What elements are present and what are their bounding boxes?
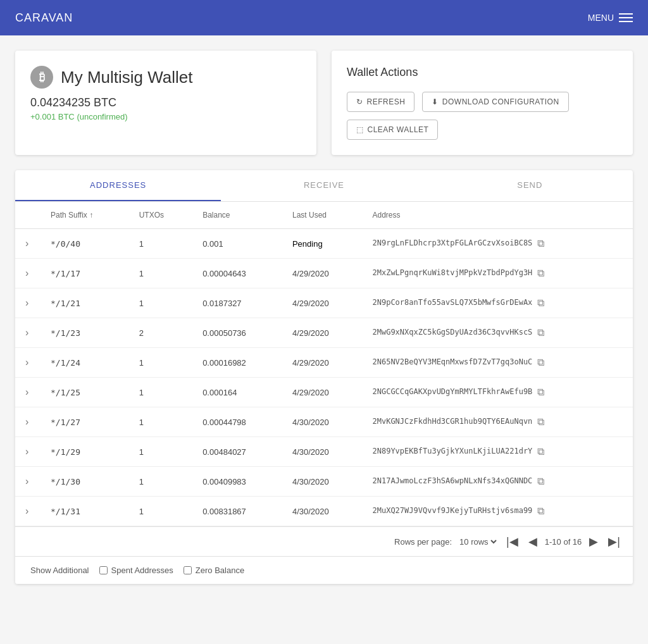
wallet-name: My Multisig Wallet <box>61 68 193 87</box>
last-page-icon[interactable]: ▶| <box>606 533 623 550</box>
tab-receive[interactable]: RECEIVE <box>221 170 427 201</box>
copy-icon[interactable]: ⧉ <box>537 357 544 368</box>
expand-icon[interactable]: › <box>25 505 28 517</box>
copy-icon[interactable]: ⧉ <box>537 446 544 457</box>
expand-icon[interactable]: › <box>25 387 28 398</box>
btc-icon: ₿ <box>30 66 53 89</box>
expand-cell[interactable]: › <box>15 378 40 407</box>
copy-icon[interactable]: ⧉ <box>537 327 544 338</box>
utxos-cell: 2 <box>129 318 192 348</box>
copy-icon[interactable]: ⧉ <box>537 297 544 308</box>
table-row: › */1/31 1 0.00831867 4/30/2020 2MuXQ27W… <box>15 497 633 526</box>
expand-cell[interactable]: › <box>15 288 40 318</box>
balance-cell: 0.00831867 <box>192 497 282 526</box>
zero-balance-checkbox-label[interactable]: Zero Balance <box>184 566 244 575</box>
expand-icon[interactable]: › <box>25 416 28 428</box>
copy-icon[interactable]: ⧉ <box>537 387 544 397</box>
path-suffix-cell: */1/17 <box>40 259 129 288</box>
balance-cell: 0.00016982 <box>192 348 282 378</box>
address-value: 2NGCGCCqGAKXpvUDgYmRMYLTFkhrAwEfu9B <box>372 387 532 396</box>
address-cell: 2MvKGNJCzFkdhHd3CGR1hub9QTY6EAuNqvn ⧉ <box>362 407 633 437</box>
balance-cell: 0.0187327 <box>192 288 282 318</box>
copy-icon[interactable]: ⧉ <box>537 268 544 278</box>
tab-send[interactable]: SEND <box>427 170 633 201</box>
path-suffix-cell: */0/40 <box>40 229 129 259</box>
address-cell: 2N9pCor8anTfo55avSLQ7X5bMwfsGrDEwAx ⧉ <box>362 288 633 318</box>
address-value: 2N17AJwmoLczF3hSA6wpNLxNfs34xQGNNDC <box>372 476 532 485</box>
first-page-icon[interactable]: |◀ <box>504 533 521 550</box>
utxos-cell: 1 <box>129 437 192 467</box>
path-suffix-cell: */1/25 <box>40 378 129 407</box>
expand-cell[interactable]: › <box>15 467 40 497</box>
balance-cell: 0.00004643 <box>192 259 282 288</box>
address-cell: 2NGCGCCqGAKXpvUDgYmRMYLTFkhrAwEfu9B ⧉ <box>362 378 633 407</box>
clear-wallet-button[interactable]: ⬚ CLEAR WALLET <box>347 120 438 140</box>
refresh-button[interactable]: ↻ REFRESH <box>347 92 414 112</box>
address-cell: 2N89YvpEKBfTu3yGjkYXunLKjiLUA221drY ⧉ <box>362 437 633 467</box>
prev-page-icon[interactable]: ◀ <box>526 533 540 550</box>
balance-cell: 0.00484027 <box>192 437 282 467</box>
copy-icon[interactable]: ⧉ <box>537 416 544 427</box>
expand-icon[interactable]: › <box>25 327 28 338</box>
next-page-icon[interactable]: ▶ <box>587 533 601 550</box>
last-used-cell: 4/29/2020 <box>282 318 363 348</box>
page-info: 1-10 of 16 <box>545 537 582 547</box>
balance-cell: 0.00050736 <box>192 318 282 348</box>
expand-icon[interactable]: › <box>25 297 28 309</box>
clear-icon: ⬚ <box>356 125 364 134</box>
expand-cell[interactable]: › <box>15 407 40 437</box>
menu-button[interactable]: MENU <box>588 13 633 23</box>
tab-addresses[interactable]: ADDRESSES <box>15 170 221 201</box>
utxos-cell: 1 <box>129 467 192 497</box>
expand-icon[interactable]: › <box>25 238 28 249</box>
expand-icon[interactable]: › <box>25 268 28 279</box>
utxos-cell: 1 <box>129 348 192 378</box>
address-cell: 2N65NV2BeQYV3MEqnMxwsfD7ZvT7gq3oNuC ⧉ <box>362 348 633 378</box>
wallet-title-row: ₿ My Multisig Wallet <box>30 66 301 89</box>
balance-cell: 0.00044798 <box>192 407 282 437</box>
col-balance: Balance <box>192 202 282 229</box>
copy-icon[interactable]: ⧉ <box>537 476 544 486</box>
app-header: CARAVAN MENU <box>0 0 648 35</box>
expand-cell[interactable]: › <box>15 348 40 378</box>
rows-per-page-select[interactable]: 10 rows 25 rows 50 rows <box>457 536 499 547</box>
table-body: › */0/40 1 0.001 Pending 2N9rgLnFLDhcrp3… <box>15 229 633 526</box>
expand-cell[interactable]: › <box>15 497 40 526</box>
balance-cell: 0.00409983 <box>192 467 282 497</box>
zero-balance-label: Zero Balance <box>196 566 244 575</box>
expand-icon[interactable]: › <box>25 476 28 487</box>
expand-cell[interactable]: › <box>15 437 40 467</box>
refresh-icon: ↻ <box>356 97 363 106</box>
expand-cell[interactable]: › <box>15 229 40 259</box>
copy-icon[interactable]: ⧉ <box>537 505 544 516</box>
last-used-cell: 4/29/2020 <box>282 378 363 407</box>
wallet-actions-title: Wallet Actions <box>347 66 618 79</box>
download-config-button[interactable]: ⬇ DOWNLOAD CONFIGURATION <box>422 92 568 112</box>
refresh-label: REFRESH <box>367 97 406 106</box>
expand-icon[interactable]: › <box>25 446 28 457</box>
balance-cell: 0.001 <box>192 229 282 259</box>
copy-icon[interactable]: ⧉ <box>537 238 544 249</box>
utxos-cell: 1 <box>129 407 192 437</box>
tabs-container: ADDRESSES RECEIVE SEND Path Suffix ↑ UTX… <box>15 170 633 584</box>
address-cell: 2N9rgLnFLDhcrp3XtpFGLArGCzvXsoiBC8S ⧉ <box>362 229 633 259</box>
expand-icon[interactable]: › <box>25 357 28 368</box>
address-cell: 2N17AJwmoLczF3hSA6wpNLxNfs34xQGNNDC ⧉ <box>362 467 633 497</box>
hamburger-icon <box>619 13 633 22</box>
last-used-cell: 4/29/2020 <box>282 288 363 318</box>
clear-label: CLEAR WALLET <box>368 125 429 134</box>
spent-addresses-checkbox-label[interactable]: Spent Addresses <box>99 566 173 575</box>
last-used-cell: 4/30/2020 <box>282 497 363 526</box>
expand-cell[interactable]: › <box>15 318 40 348</box>
address-value: 2N9pCor8anTfo55avSLQ7X5bMwfsGrDEwAx <box>372 298 532 307</box>
spent-addresses-checkbox[interactable] <box>99 566 108 574</box>
footer-row: Show Additional Spent Addresses Zero Bal… <box>15 556 633 584</box>
pagination-row: Rows per page: 10 rows 25 rows 50 rows |… <box>15 526 633 556</box>
expand-cell[interactable]: › <box>15 259 40 288</box>
utxos-cell: 1 <box>129 229 192 259</box>
zero-balance-checkbox[interactable] <box>184 566 192 574</box>
col-path-suffix[interactable]: Path Suffix ↑ <box>40 202 129 229</box>
addresses-table: Path Suffix ↑ UTXOs Balance Last Used Ad… <box>15 202 633 526</box>
last-used-cell: 4/30/2020 <box>282 407 363 437</box>
spent-addresses-label: Spent Addresses <box>111 566 173 575</box>
